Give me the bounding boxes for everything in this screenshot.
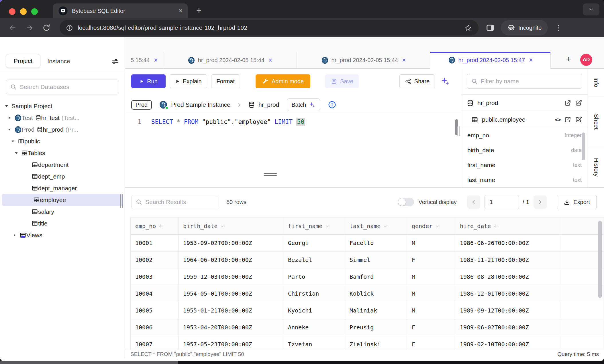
table-cell[interactable]: 1954-05-01T00:00:00Z — [179, 285, 283, 302]
close-tab-icon[interactable]: × — [268, 56, 272, 64]
vertical-display-toggle[interactable] — [398, 198, 414, 206]
page-number-input[interactable] — [485, 195, 519, 209]
caret-down-icon[interactable] — [7, 128, 14, 132]
tree-item-Views[interactable]: Views — [0, 229, 125, 241]
filter-settings-icon[interactable] — [111, 58, 119, 66]
query-tab[interactable]: 5 15:44× — [125, 52, 163, 69]
table-cell[interactable]: Parto — [283, 268, 345, 285]
table-cell[interactable]: 1955-01-21T00:00:00Z — [179, 302, 283, 319]
tree-item-hr_prod[interactable]: Prodhr_prod(Pr... — [0, 124, 125, 135]
close-tab-icon[interactable]: × — [154, 56, 158, 64]
tab-project[interactable]: Project — [6, 54, 40, 68]
table-cell[interactable]: 1989-09-12T00:00:00Z — [455, 302, 561, 319]
edit-icon[interactable] — [575, 99, 582, 106]
format-button[interactable]: Format — [211, 74, 240, 88]
tab-instance[interactable]: Instance — [40, 55, 77, 68]
column-row-first_name[interactable]: first_nametext — [461, 158, 588, 173]
open-external-icon[interactable] — [564, 116, 571, 123]
column-header-hire_date[interactable]: hire_date — [455, 217, 561, 235]
zoom-window-button[interactable] — [31, 8, 38, 15]
search-databases-input[interactable] — [20, 84, 115, 90]
column-header-emp_no[interactable]: emp_no — [131, 217, 179, 235]
table-cell[interactable]: Bezalel — [283, 252, 345, 268]
tree-item-Tables[interactable]: Tables — [0, 147, 125, 159]
tree-item-public[interactable]: public — [0, 135, 125, 147]
tree-item-salary[interactable]: salary — [0, 206, 125, 217]
save-button[interactable]: Save — [325, 74, 359, 88]
close-window-button[interactable] — [9, 8, 15, 15]
search-results-input[interactable] — [145, 199, 215, 205]
schema-database-row[interactable]: hr_prod — [461, 94, 588, 111]
table-cell[interactable]: Koblick — [345, 285, 407, 302]
tab-search-button[interactable] — [583, 3, 599, 15]
tree-item-employee[interactable]: employee — [2, 194, 123, 206]
query-tab[interactable]: hr_prod 2024-02-05 15:44× — [163, 52, 297, 69]
bookmark-star-icon[interactable] — [464, 24, 472, 32]
export-button[interactable]: Export — [557, 195, 597, 209]
caret-right-icon[interactable] — [7, 116, 14, 120]
filter-by-name-input[interactable] — [481, 78, 578, 85]
query-tab-active[interactable]: hr_prod 2024-02-05 15:47× — [430, 52, 551, 69]
results-resize-handle[interactable] — [264, 173, 277, 176]
column-header-birth_date[interactable]: birth_date — [179, 217, 283, 235]
schema-table-row[interactable]: public.employee <> — [461, 111, 588, 128]
column-header-gender[interactable]: gender — [407, 217, 455, 235]
close-tab-icon[interactable]: × — [529, 56, 533, 64]
admin-mode-button[interactable]: Admin mode — [256, 74, 310, 88]
table-cell[interactable]: 10001 — [131, 235, 179, 252]
minimize-window-button[interactable] — [20, 8, 27, 15]
results-scrollbar[interactable] — [598, 221, 602, 298]
table-cell[interactable]: Preusig — [345, 319, 407, 336]
site-info-icon[interactable] — [66, 24, 73, 31]
table-cell[interactable]: 10006 — [131, 319, 179, 336]
column-header-last_name[interactable]: last_name — [345, 217, 407, 235]
explain-button[interactable]: Explain — [170, 74, 207, 88]
table-cell[interactable]: F — [407, 252, 455, 268]
table-cell[interactable]: Kyoichi — [283, 302, 345, 319]
new-query-tab-button[interactable]: + — [566, 54, 571, 64]
table-cell[interactable]: Maliniak — [345, 302, 407, 319]
tab-info[interactable]: Info — [588, 69, 604, 96]
caret-down-icon[interactable] — [14, 151, 21, 155]
tree-item-hr_test[interactable]: Testhr_test(Test... — [0, 112, 125, 124]
table-cell[interactable]: Simmel — [345, 252, 407, 268]
table-cell[interactable]: 1959-12-03T00:00:00Z — [179, 268, 283, 285]
table-cell[interactable]: M — [407, 302, 455, 319]
table-cell[interactable]: 10003 — [131, 268, 179, 285]
sidebar-resize-handle[interactable] — [120, 194, 123, 208]
query-tab[interactable]: hr_prod 2024-02-05 15:44× — [297, 52, 430, 69]
next-page-button[interactable] — [534, 195, 547, 209]
column-row-emp_no[interactable]: emp_nointeger — [461, 128, 588, 143]
run-button[interactable]: Run — [131, 74, 166, 88]
open-external-icon[interactable] — [564, 99, 571, 106]
prev-page-button[interactable] — [467, 195, 480, 209]
table-cell[interactable]: 1985-11-21T00:00:00Z — [455, 252, 561, 268]
code-icon[interactable]: <> — [555, 116, 560, 123]
tree-item-dept_emp[interactable]: dept_emp — [0, 171, 125, 182]
schema-scrollbar[interactable] — [582, 132, 585, 160]
table-cell[interactable]: M — [407, 268, 455, 285]
column-header-first_name[interactable]: first_name — [283, 217, 345, 235]
table-cell[interactable]: 10004 — [131, 285, 179, 302]
column-row-last_name[interactable]: last_nametext — [461, 173, 588, 187]
share-button[interactable]: Share — [399, 74, 435, 88]
tree-item-title[interactable]: title — [0, 217, 125, 229]
caret-down-icon[interactable] — [11, 139, 18, 143]
table-cell[interactable]: Bamford — [345, 268, 407, 285]
close-tab-icon[interactable]: × — [179, 7, 183, 14]
new-tab-button[interactable]: + — [196, 5, 202, 16]
table-cell[interactable]: 1953-09-02T00:00:00Z — [179, 235, 283, 252]
table-cell[interactable]: Anneke — [283, 319, 345, 336]
sql-editor[interactable]: 1 SELECT * FROM "public"."employee" LIMI… — [125, 114, 461, 186]
table-cell[interactable]: 1989-06-02T00:00:00Z — [455, 319, 561, 336]
table-cell[interactable]: 10005 — [131, 302, 179, 319]
back-icon[interactable] — [8, 23, 17, 32]
table-cell[interactable]: F — [407, 319, 455, 336]
table-cell[interactable]: Facello — [345, 235, 407, 252]
batch-button[interactable]: Batch — [287, 98, 320, 111]
table-cell[interactable]: 1986-08-28T00:00:00Z — [455, 268, 561, 285]
url-field[interactable]: localhost:8080/sql-editor/prod-sample-in… — [60, 20, 479, 35]
table-cell[interactable]: 1986-06-26T00:00:00Z — [455, 235, 561, 252]
incognito-badge[interactable]: Incognito — [501, 20, 548, 35]
sql-code-line[interactable]: SELECT * FROM "public"."employee" LIMIT … — [151, 118, 305, 125]
